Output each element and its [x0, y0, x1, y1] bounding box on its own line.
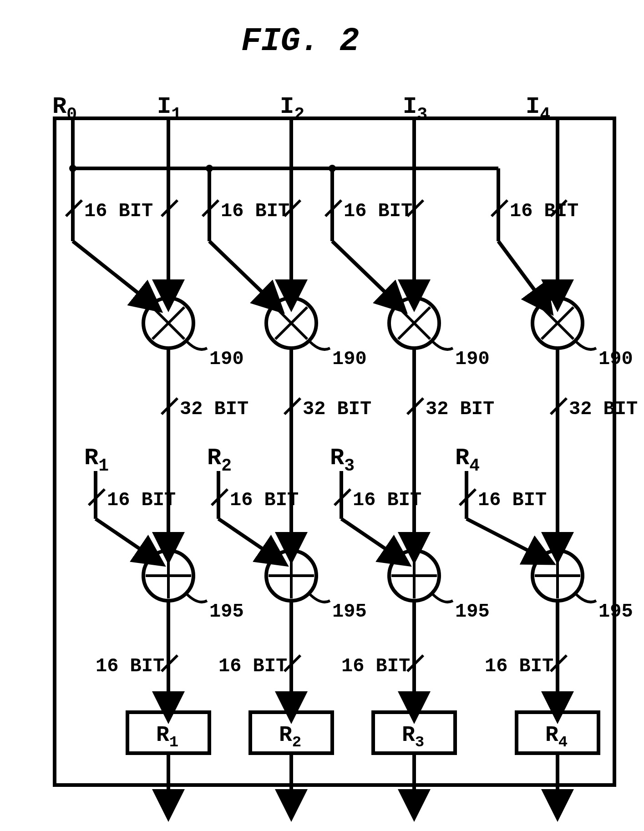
bit16-r0-2: 16 BIT [221, 200, 289, 222]
label-R1: R1 [84, 445, 109, 476]
svg-line-14 [209, 241, 273, 303]
reg-R3: R3 [402, 723, 424, 751]
bit16-r3: 16 BIT [353, 489, 421, 511]
bit16-r4: 16 BIT [478, 489, 547, 511]
bit16-out-3: 16 BIT [341, 655, 410, 677]
bit16-r0-4: 16 BIT [510, 200, 578, 222]
reg-R2: R2 [279, 723, 301, 751]
bit32-4: 32 BIT [569, 398, 638, 420]
bit16-r0-1: 16 BIT [84, 200, 153, 222]
add-icon [532, 551, 583, 601]
figure-diagram: FIG. 2 R0 I1 I2 I3 I4 16 BIT 16 BIT 16 B… [0, 0, 644, 831]
svg-line-47 [96, 519, 152, 557]
label-R3: R3 [330, 445, 355, 476]
add-icon [143, 551, 193, 601]
bit16-r1: 16 BIT [107, 489, 176, 511]
r-side-inputs: 16 BIT 16 BIT 16 BIT 16 BIT [89, 471, 547, 557]
multiply-icon [389, 298, 439, 348]
bit32-3: 32 BIT [426, 398, 494, 420]
ref-195-2: 195 [332, 601, 367, 623]
bit16-out-2: 16 BIT [218, 655, 287, 677]
ref-190-3: 190 [455, 348, 490, 370]
bit16-out-1: 16 BIT [96, 655, 164, 677]
outputs [168, 753, 558, 806]
svg-line-50 [218, 519, 275, 557]
ref-190-4: 190 [598, 348, 633, 370]
bit16-out-4: 16 BIT [485, 655, 553, 677]
figure-title: FIG. 2 [241, 23, 359, 60]
bit32-1: 32 BIT [180, 398, 248, 420]
output-registers: R1 R2 R3 R4 [127, 712, 598, 753]
ref-195-4: 195 [598, 601, 633, 623]
svg-line-53 [341, 519, 398, 557]
mult-to-add: 32 BIT 32 BIT 32 BIT 32 BIT [162, 348, 638, 548]
add-to-reg: 16 BIT 16 BIT 16 BIT 16 BIT [96, 601, 567, 708]
svg-line-56 [467, 519, 542, 557]
add-icon [389, 551, 439, 601]
ref-190-1: 190 [209, 348, 244, 370]
reg-R4: R4 [545, 723, 568, 751]
label-I4: I4 [526, 93, 550, 124]
ref-195-1: 195 [209, 601, 244, 623]
multiply-icon [143, 298, 193, 348]
multiply-icon [266, 298, 316, 348]
bit32-2: 32 BIT [303, 398, 371, 420]
adders [143, 551, 583, 601]
label-R2: R2 [207, 445, 232, 476]
ref-195-3: 195 [455, 601, 490, 623]
multiply-icon [532, 298, 583, 348]
add-icon [266, 551, 316, 601]
svg-line-15 [332, 241, 396, 303]
svg-line-13 [73, 241, 150, 303]
label-R4: R4 [455, 445, 480, 476]
r0-bus: 16 BIT 16 BIT 16 BIT 16 BIT [66, 118, 578, 303]
reg-R1: R1 [156, 723, 178, 751]
bit16-r2: 16 BIT [230, 489, 299, 511]
ref-190-2: 190 [332, 348, 367, 370]
svg-line-16 [498, 241, 544, 303]
bit16-r0-3: 16 BIT [344, 200, 412, 222]
multipliers [143, 298, 583, 348]
